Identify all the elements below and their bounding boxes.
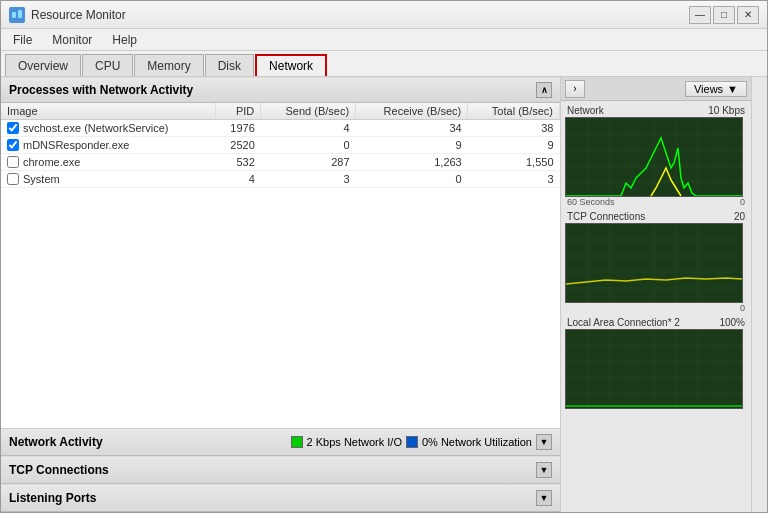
cell-send-0: 4 — [261, 120, 356, 137]
main-content: Processes with Network Activity ∧ Image … — [1, 77, 767, 512]
tab-disk[interactable]: Disk — [205, 54, 254, 76]
listening-ports-collapse-btn[interactable]: ▼ — [536, 490, 552, 506]
tab-network[interactable]: Network — [255, 54, 327, 76]
network-activity-legend: 2 Kbps Network I/O 0% Network Utilizatio… — [291, 434, 552, 450]
minimize-button[interactable]: — — [689, 6, 711, 24]
views-arrow-icon: ▼ — [727, 83, 738, 95]
tab-memory[interactable]: Memory — [134, 54, 203, 76]
app-icon — [9, 7, 25, 23]
menu-monitor[interactable]: Monitor — [44, 31, 100, 49]
cell-receive-3: 0 — [356, 171, 468, 188]
tcp-graph-time: 0 — [565, 303, 747, 313]
tcp-collapse-btn[interactable]: ▼ — [536, 462, 552, 478]
views-button[interactable]: Views ▼ — [685, 81, 747, 97]
network-activity-section[interactable]: Network Activity 2 Kbps Network I/O 0% N… — [1, 428, 560, 456]
network-activity-title: Network Activity — [9, 435, 279, 449]
legend-util-box — [406, 436, 418, 448]
tcp-graph-label: TCP Connections 20 — [565, 211, 747, 222]
listening-ports-section[interactable]: Listening Ports ▼ — [1, 484, 560, 512]
table-row: mDNSResponder.exe 2520 0 9 9 — [1, 137, 560, 154]
network-graph-max: 10 Kbps — [708, 105, 745, 116]
window-controls: — □ ✕ — [689, 6, 759, 24]
svg-rect-1 — [18, 10, 22, 18]
processes-collapse-btn[interactable]: ∧ — [536, 82, 552, 98]
cell-pid-0: 1976 — [216, 120, 261, 137]
network-graph-label: Network 10 Kbps — [565, 105, 747, 116]
processes-spacer — [1, 266, 560, 429]
close-button[interactable]: ✕ — [737, 6, 759, 24]
legend-util-label: 0% Network Utilization — [422, 436, 532, 448]
cell-image-1: mDNSResponder.exe — [1, 137, 216, 154]
legend-util: 0% Network Utilization — [406, 436, 532, 448]
nav-button[interactable]: › — [565, 80, 585, 98]
cell-pid-3: 4 — [216, 171, 261, 188]
right-panel: › Views ▼ Network 10 Kbps — [561, 77, 751, 512]
process-name-2: chrome.exe — [23, 156, 80, 168]
legend-io: 2 Kbps Network I/O — [291, 436, 402, 448]
process-name-0: svchost.exe (NetworkService) — [23, 122, 169, 134]
tcp-graph-max: 20 — [734, 211, 745, 222]
table-row: svchost.exe (NetworkService) 1976 4 34 3… — [1, 120, 560, 137]
cell-image-0: svchost.exe (NetworkService) — [1, 120, 216, 137]
title-bar-left: Resource Monitor — [9, 7, 126, 23]
cell-total-0: 38 — [468, 120, 560, 137]
col-send: Send (B/sec) — [261, 103, 356, 120]
menu-file[interactable]: File — [5, 31, 40, 49]
listening-ports-title: Listening Ports — [9, 491, 96, 505]
table-row: System 4 3 0 3 — [1, 171, 560, 188]
network-graph-svg — [566, 118, 743, 197]
lan-graph-container: Local Area Connection* 2 100% — [565, 317, 747, 409]
network-processes-table: Image PID Send (B/sec) Receive (B/sec) T… — [1, 103, 560, 188]
tcp-connections-title: TCP Connections — [9, 463, 109, 477]
tcp-zero-label: 0 — [740, 303, 745, 313]
menu-bar: File Monitor Help — [1, 29, 767, 51]
cell-pid-2: 532 — [216, 154, 261, 171]
tcp-connections-section[interactable]: TCP Connections ▼ — [1, 456, 560, 484]
tab-overview[interactable]: Overview — [5, 54, 81, 76]
cell-total-2: 1,550 — [468, 154, 560, 171]
processes-table[interactable]: Image PID Send (B/sec) Receive (B/sec) T… — [1, 103, 560, 266]
cell-receive-0: 34 — [356, 120, 468, 137]
maximize-button[interactable]: □ — [713, 6, 735, 24]
process-name-1: mDNSResponder.exe — [23, 139, 129, 151]
cell-receive-2: 1,263 — [356, 154, 468, 171]
scrollbar[interactable] — [751, 77, 767, 512]
legend-io-box — [291, 436, 303, 448]
process-checkbox-2[interactable] — [7, 156, 19, 168]
process-checkbox-0[interactable] — [7, 122, 19, 134]
network-graph-container: Network 10 Kbps — [565, 105, 747, 207]
views-label: Views — [694, 83, 723, 95]
col-image: Image — [1, 103, 216, 120]
cell-image-3: System — [1, 171, 216, 188]
process-checkbox-1[interactable] — [7, 139, 19, 151]
processes-section-header[interactable]: Processes with Network Activity ∧ — [1, 77, 560, 103]
col-total: Total (B/sec) — [468, 103, 560, 120]
tcp-graph-svg — [566, 224, 743, 303]
tab-bar: Overview CPU Memory Disk Network — [1, 51, 767, 77]
network-time-label: 60 Seconds — [567, 197, 615, 207]
title-bar: Resource Monitor — □ ✕ — [1, 1, 767, 29]
lan-graph-label: Local Area Connection* 2 100% — [565, 317, 747, 328]
col-pid: PID — [216, 103, 261, 120]
tcp-graph-container: TCP Connections 20 — [565, 211, 747, 313]
menu-help[interactable]: Help — [104, 31, 145, 49]
lan-graph — [565, 329, 743, 409]
cell-image-2: chrome.exe — [1, 154, 216, 171]
cell-send-1: 0 — [261, 137, 356, 154]
tcp-graph — [565, 223, 743, 303]
network-zero-label: 0 — [740, 197, 745, 207]
cell-total-1: 9 — [468, 137, 560, 154]
table-row: chrome.exe 532 287 1,263 1,550 — [1, 154, 560, 171]
network-activity-collapse-btn[interactable]: ▼ — [536, 434, 552, 450]
right-panel-toolbar: › Views ▼ — [561, 77, 751, 101]
window-title: Resource Monitor — [31, 8, 126, 22]
tab-cpu[interactable]: CPU — [82, 54, 133, 76]
left-panel: Processes with Network Activity ∧ Image … — [1, 77, 561, 512]
cell-receive-1: 9 — [356, 137, 468, 154]
col-receive: Receive (B/sec) — [356, 103, 468, 120]
process-checkbox-3[interactable] — [7, 173, 19, 185]
network-graph — [565, 117, 743, 197]
cell-total-3: 3 — [468, 171, 560, 188]
legend-io-label: 2 Kbps Network I/O — [307, 436, 402, 448]
network-graph-time: 60 Seconds 0 — [565, 197, 747, 207]
